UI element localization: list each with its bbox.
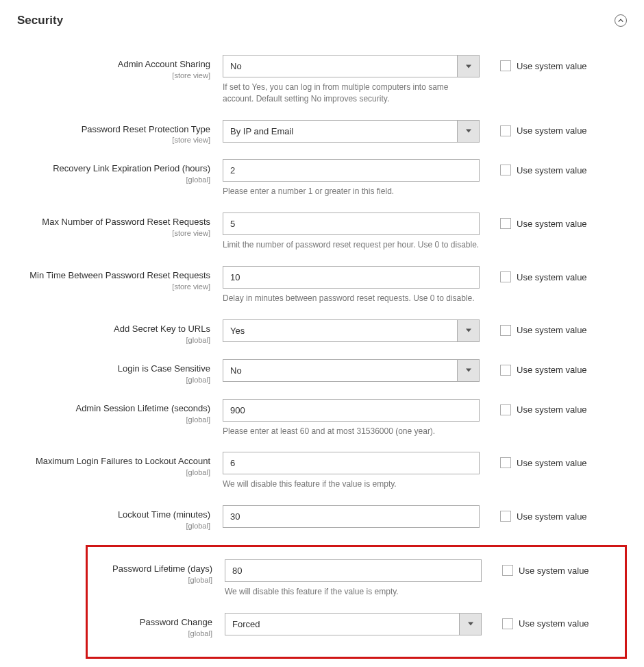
use-system-value-label[interactable]: Use system value — [517, 458, 587, 468]
use-system-value-checkbox[interactable] — [500, 60, 511, 71]
use-system-value-checkbox[interactable] — [500, 404, 511, 415]
system-col: Use system value — [480, 213, 587, 229]
control-col — [223, 120, 480, 143]
use-system-value-label[interactable]: Use system value — [517, 325, 587, 335]
field-note: Please enter a number 1 or greater in th… — [223, 186, 480, 197]
system-col: Use system value — [480, 399, 587, 415]
control-col — [223, 505, 480, 528]
use-system-value-checkbox[interactable] — [502, 565, 513, 576]
use-system-value-checkbox[interactable] — [500, 125, 511, 136]
control-col: If set to Yes, you can log in from multi… — [223, 55, 480, 105]
use-system-value-label[interactable]: Use system value — [517, 219, 587, 229]
use-system-value-label[interactable]: Use system value — [519, 618, 589, 629]
field-note: Please enter at least 60 and at most 315… — [223, 426, 480, 437]
label-col: Password Change [global] — [88, 613, 225, 638]
field-scope: [global] — [17, 175, 210, 184]
session-lifetime-input[interactable] — [223, 399, 480, 422]
password-reset-protection-select[interactable] — [223, 120, 480, 143]
use-system-value-checkbox[interactable] — [500, 165, 511, 175]
add-secret-key-select[interactable] — [223, 319, 480, 342]
field-min-time-between: Min Time Between Password Reset Requests… — [17, 266, 627, 304]
field-note: Limit the number of password reset reque… — [223, 239, 480, 251]
max-login-failures-input[interactable] — [223, 452, 480, 474]
login-case-sensitive-select[interactable] — [223, 359, 480, 382]
field-session-lifetime: Admin Session Lifetime (seconds) [global… — [17, 399, 627, 437]
label-col: Max Number of Password Reset Requests [s… — [17, 213, 223, 237]
system-col: Use system value — [482, 613, 589, 629]
field-scope: [global] — [17, 376, 210, 384]
use-system-value-label[interactable]: Use system value — [517, 61, 587, 71]
control-col: We will disable this feature if the valu… — [225, 559, 482, 598]
highlight-box: Password Lifetime (days) [global] We wil… — [86, 545, 627, 659]
field-password-change: Password Change [global] Use system valu… — [88, 613, 625, 638]
field-label: Admin Session Lifetime (seconds) — [17, 403, 210, 415]
field-login-case-sensitive: Login is Case Sensitive [global] Use sys… — [17, 359, 627, 384]
field-label: Password Lifetime (days) — [88, 563, 212, 575]
system-col: Use system value — [480, 319, 587, 336]
use-system-value-label[interactable]: Use system value — [517, 165, 587, 175]
field-scope: [global] — [17, 522, 210, 530]
use-system-value-label[interactable]: Use system value — [519, 566, 589, 576]
field-scope: [global] — [88, 629, 212, 638]
field-admin-account-sharing: Admin Account Sharing [store view] If se… — [17, 55, 627, 105]
control-col: Please enter a number 1 or greater in th… — [223, 159, 480, 197]
use-system-value-label[interactable]: Use system value — [517, 125, 587, 136]
label-col: Recovery Link Expiration Period (hours) … — [17, 159, 223, 184]
use-system-value-checkbox[interactable] — [500, 271, 511, 282]
control-col: Limit the number of password reset reque… — [223, 213, 480, 251]
system-col: Use system value — [480, 505, 587, 522]
control-col: Delay in minutes between password reset … — [223, 266, 480, 304]
field-scope: [global] — [17, 468, 210, 476]
label-col: Min Time Between Password Reset Requests… — [17, 266, 223, 291]
use-system-value-checkbox[interactable] — [500, 365, 511, 376]
field-max-password-reset: Max Number of Password Reset Requests [s… — [17, 213, 627, 251]
field-scope: [global] — [88, 576, 212, 584]
system-col: Use system value — [482, 559, 589, 576]
label-col: Admin Account Sharing [store view] — [17, 55, 223, 80]
field-scope: [store view] — [17, 229, 210, 237]
field-lockout-time: Lockout Time (minutes) [global] Use syst… — [17, 505, 627, 530]
select-wrap — [225, 613, 482, 635]
password-lifetime-input[interactable] — [225, 559, 482, 582]
field-scope: [store view] — [17, 136, 210, 144]
label-col: Lockout Time (minutes) [global] — [17, 505, 223, 530]
password-change-select[interactable] — [225, 613, 482, 635]
system-col: Use system value — [480, 266, 587, 282]
use-system-value-checkbox[interactable] — [500, 511, 511, 522]
control-col: We will disable this feature if the valu… — [223, 452, 480, 490]
use-system-value-label[interactable]: Use system value — [517, 511, 587, 522]
field-password-reset-protection: Password Reset Protection Type [store vi… — [17, 120, 627, 145]
label-col: Maximum Login Failures to Lockout Accoun… — [17, 452, 223, 476]
use-system-value-label[interactable]: Use system value — [517, 404, 587, 415]
use-system-value-label[interactable]: Use system value — [517, 365, 587, 375]
chevron-up-icon — [618, 18, 623, 23]
field-note: We will disable this feature if the valu… — [223, 478, 480, 490]
recovery-link-expiration-input[interactable] — [223, 159, 480, 182]
system-col: Use system value — [480, 452, 587, 468]
field-label: Min Time Between Password Reset Requests — [17, 270, 210, 282]
control-col — [225, 613, 482, 635]
use-system-value-checkbox[interactable] — [500, 218, 511, 229]
use-system-value-checkbox[interactable] — [502, 618, 513, 629]
lockout-time-input[interactable] — [223, 505, 480, 528]
label-col: Password Reset Protection Type [store vi… — [17, 120, 223, 145]
select-wrap — [223, 55, 480, 77]
field-label: Password Change — [88, 617, 212, 629]
label-col: Add Secret Key to URLs [global] — [17, 319, 223, 344]
use-system-value-checkbox[interactable] — [500, 325, 511, 336]
field-password-lifetime: Password Lifetime (days) [global] We wil… — [88, 559, 625, 598]
use-system-value-checkbox[interactable] — [500, 457, 511, 468]
field-label: Admin Account Sharing — [17, 59, 210, 71]
min-time-between-input[interactable] — [223, 266, 480, 289]
system-col: Use system value — [480, 359, 587, 376]
control-col: Please enter at least 60 and at most 315… — [223, 399, 480, 437]
use-system-value-label[interactable]: Use system value — [517, 272, 587, 282]
field-note: If set to Yes, you can log in from multi… — [223, 82, 480, 105]
collapse-toggle[interactable] — [615, 14, 627, 27]
admin-account-sharing-select[interactable] — [223, 55, 480, 77]
max-password-reset-input[interactable] — [223, 213, 480, 235]
section-header: Security — [17, 14, 627, 27]
select-wrap — [223, 359, 480, 382]
system-col: Use system value — [480, 55, 587, 71]
field-scope: [global] — [17, 415, 210, 424]
